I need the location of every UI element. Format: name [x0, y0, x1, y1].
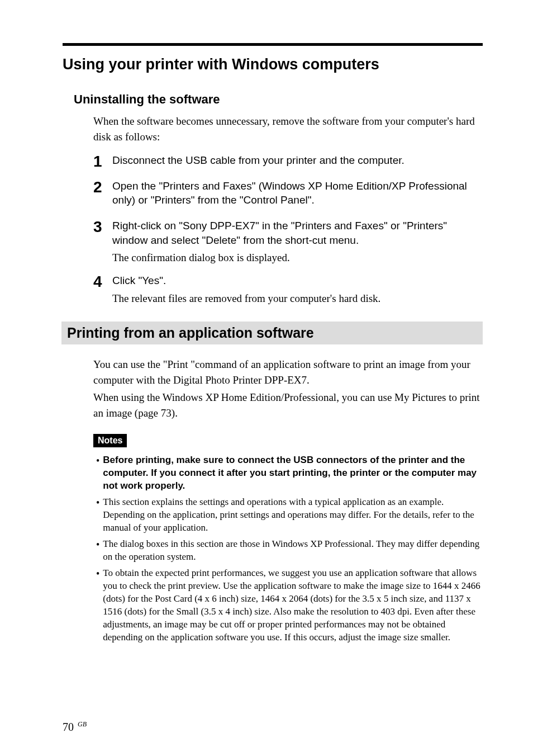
step-title: Open the "Printers and Faxes" (Windows X… [112, 179, 483, 207]
note-text: The dialog boxes in this section are tho… [103, 538, 483, 564]
notes-list: • Before printing, make sure to connect … [96, 454, 483, 644]
note-item: • Before printing, make sure to connect … [96, 454, 483, 493]
note-text: Before printing, make sure to connect th… [103, 454, 483, 493]
bullet-icon: • [96, 538, 99, 564]
bullet-icon: • [96, 567, 99, 644]
step-number: 4 [93, 273, 104, 291]
step-2: 2 Open the "Printers and Faxes" (Windows… [93, 179, 483, 211]
step-4: 4 Click "Yes". The relevant files are re… [93, 273, 483, 306]
step-number: 1 [93, 153, 104, 171]
notes-label: Notes [93, 434, 127, 447]
printing-para-2: When using the Windows XP Home Edition/P… [93, 390, 483, 420]
page-number: 70 GB [63, 720, 87, 734]
step-description: The relevant files are removed from your… [112, 291, 483, 306]
bullet-icon: • [96, 496, 99, 535]
page-number-suffix: GB [78, 720, 87, 728]
step-number: 2 [93, 179, 104, 196]
note-text: To obtain the expected print performance… [103, 567, 483, 644]
uninstall-heading: Uninstalling the software [74, 92, 483, 107]
step-title: Disconnect the USB cable from your print… [112, 153, 483, 168]
uninstall-intro: When the software becomes unnecessary, r… [93, 114, 483, 144]
note-item: • To obtain the expected print performan… [96, 567, 483, 644]
step-title: Click "Yes". [112, 273, 483, 288]
printing-para-1: You can use the "Print "command of an ap… [93, 357, 483, 388]
step-number: 3 [93, 219, 104, 236]
note-item: • The dialog boxes in this section are t… [96, 538, 483, 564]
step-1: 1 Disconnect the USB cable from your pri… [93, 153, 483, 171]
note-item: • This section explains the settings and… [96, 496, 483, 535]
page-number-value: 70 [63, 721, 74, 733]
printing-heading: Printing from an application software [61, 322, 483, 344]
note-text: This section explains the settings and o… [103, 496, 483, 535]
top-divider [63, 43, 483, 46]
step-title: Right-click on "Sony DPP-EX7" in the "Pr… [112, 219, 483, 247]
page-title: Using your printer with Windows computer… [63, 56, 483, 73]
step-description: The confirmation dialog box is displayed… [112, 251, 483, 266]
bullet-icon: • [96, 454, 99, 493]
step-3: 3 Right-click on "Sony DPP-EX7" in the "… [93, 219, 483, 266]
